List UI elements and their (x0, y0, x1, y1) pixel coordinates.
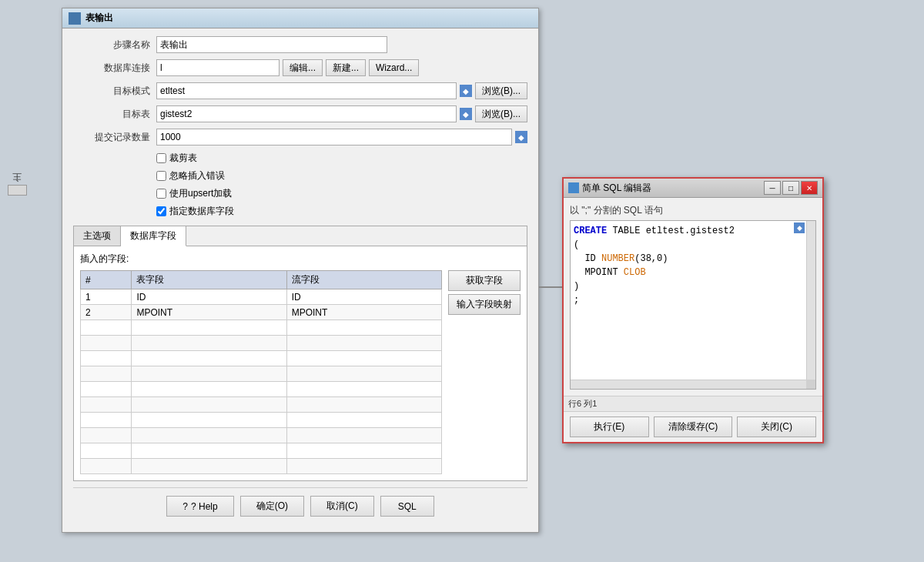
scrollbar-corner (806, 380, 815, 389)
fields-table: # 表字段 流字段 1 ID ID 2 MPOINT MPOINT (80, 270, 442, 474)
help-icon: ? (182, 501, 188, 512)
btn-close[interactable]: 关闭(C) (737, 416, 816, 437)
target-schema-input-wrap: ◆ (156, 82, 472, 99)
ignore-errors-label: 忽略插入错误 (169, 169, 225, 182)
cell-stream-field: MPOINT (286, 305, 441, 320)
btn-sql[interactable]: SQL (380, 496, 434, 517)
col-header-stream-field: 流字段 (286, 271, 441, 289)
commit-size-input[interactable] (156, 129, 512, 146)
sql-footer: 执行(E) 清除缓存(C) 关闭(C) (564, 411, 822, 442)
btn-wizard[interactable]: Wizard... (369, 59, 419, 76)
target-table-label: 目标表 (73, 108, 150, 121)
db-conn-input[interactable] (156, 59, 280, 76)
restore-button[interactable]: □ (782, 181, 799, 195)
btn-new[interactable]: 新建... (326, 59, 366, 76)
sql-dialog-body: 以 ";" 分割的 SQL 语句 CREATE TABLE etltest.gi… (564, 198, 822, 396)
step-name-row: 步骤名称 (73, 36, 527, 53)
scrollbar-horizontal[interactable] (571, 380, 806, 389)
table-buttons: 获取字段 输入字段映射 (448, 270, 521, 474)
btn-browse1[interactable]: 浏览(B)... (475, 82, 527, 99)
close-button[interactable]: ✕ (801, 181, 818, 195)
tab-main-options[interactable]: 主选项 (74, 226, 121, 246)
sql-section-label: 以 ";" 分割的 SQL 语句 (570, 204, 816, 217)
left-panel-label: 主 (8, 185, 27, 196)
truncate-checkbox[interactable] (156, 153, 166, 163)
table-row-empty (81, 382, 442, 397)
sql-line-1: CREATE TABLE etltest.gistest2 (574, 224, 803, 238)
dialog-footer: ? ? Help 确定(O) 取消(C) SQL (73, 487, 527, 524)
target-schema-input[interactable] (156, 82, 457, 99)
sql-dialog-icon (568, 182, 579, 193)
btn-help[interactable]: ? ? Help (166, 496, 233, 517)
specify-fields-label: 指定数据库字段 (169, 205, 234, 218)
table-row[interactable]: 1 ID ID (81, 289, 442, 305)
cell-table-field: ID (132, 289, 286, 305)
table-row-empty (81, 397, 442, 413)
table-row-empty (81, 320, 442, 336)
table-row-empty (81, 413, 442, 428)
help-label: ? Help (191, 501, 218, 512)
main-dialog: 表输出 步骤名称 数据库连接 编辑... 新建... Wizard... 目标模… (62, 8, 539, 533)
btn-cancel[interactable]: 取消(C) (310, 496, 374, 517)
commit-size-row: 提交记录数量 ◆ (73, 129, 527, 146)
table-row-empty (81, 428, 442, 443)
step-name-input[interactable] (156, 36, 387, 53)
table-row-empty (81, 459, 442, 474)
btn-execute[interactable]: 执行(E) (570, 416, 649, 437)
main-dialog-titlebar: 表输出 (62, 8, 538, 28)
table-icon[interactable]: ◆ (460, 108, 472, 120)
btn-input-mapping[interactable]: 输入字段映射 (448, 294, 521, 315)
truncate-row: 裁剪表 (156, 152, 527, 165)
tab-header: 主选项 数据库字段 (74, 226, 527, 246)
target-table-field: ◆ 浏览(B)... (156, 105, 527, 122)
sql-editor-area[interactable]: CREATE TABLE etltest.gistest2 ( ID NUMBE… (570, 220, 816, 390)
target-table-row: 目标表 ◆ 浏览(B)... (73, 105, 527, 122)
target-table-input[interactable] (156, 105, 457, 122)
cell-num: 1 (81, 289, 132, 305)
schema-icon[interactable]: ◆ (460, 85, 472, 97)
btn-edit[interactable]: 编辑... (283, 59, 323, 76)
specify-fields-row: 指定数据库字段 (156, 205, 527, 218)
tab-db-fields[interactable]: 数据库字段 (121, 226, 186, 246)
sql-editor-icon[interactable]: ◆ (794, 222, 805, 233)
table-row-empty (81, 366, 442, 382)
cell-stream-field: ID (286, 289, 441, 305)
table-row[interactable]: 2 MPOINT MPOINT (81, 305, 442, 320)
step-name-field (156, 36, 527, 53)
step-name-label: 步骤名称 (73, 38, 150, 52)
sql-editor-dialog: 简单 SQL 编辑器 ─ □ ✕ 以 ";" 分割的 SQL 语句 CREATE… (562, 177, 824, 443)
titlebar-left: 简单 SQL 编辑器 (568, 182, 651, 195)
target-schema-label: 目标模式 (73, 85, 150, 98)
cell-table-field: MPOINT (132, 305, 286, 320)
ignore-errors-checkbox[interactable] (156, 171, 166, 181)
truncate-label: 裁剪表 (169, 152, 197, 165)
main-dialog-content: 步骤名称 数据库连接 编辑... 新建... Wizard... 目标模式 ◆ (62, 28, 538, 532)
btn-get-fields[interactable]: 获取字段 (448, 270, 521, 291)
btn-ok[interactable]: 确定(O) (240, 496, 304, 517)
ignore-errors-row: 忽略插入错误 (156, 169, 527, 182)
sql-status-bar: 行6 列1 (564, 396, 822, 411)
btn-clear-cache[interactable]: 清除缓存(C) (654, 416, 733, 437)
btn-browse2[interactable]: 浏览(B)... (475, 105, 527, 122)
commit-size-input-wrap: ◆ (156, 129, 527, 146)
titlebar-controls: ─ □ ✕ (764, 181, 818, 195)
minimize-button[interactable]: ─ (764, 181, 781, 195)
col-header-table-field: 表字段 (132, 271, 286, 289)
sql-line-5: ) (574, 279, 803, 293)
sql-line-3: ID NUMBER(38,0) (574, 252, 803, 266)
sql-dialog-title: 简单 SQL 编辑器 (582, 182, 651, 195)
sql-editor-scroll[interactable]: CREATE TABLE etltest.gistest2 ( ID NUMBE… (571, 221, 806, 380)
table-row-empty (81, 336, 442, 351)
fields-table-container: # 表字段 流字段 1 ID ID 2 MPOINT MPOINT (80, 270, 521, 474)
target-table-input-wrap: ◆ (156, 105, 472, 122)
db-conn-row: 数据库连接 编辑... 新建... Wizard... (73, 59, 527, 76)
specify-fields-checkbox[interactable] (156, 206, 166, 216)
table-row-empty (81, 351, 442, 366)
main-dialog-title: 表输出 (85, 12, 113, 25)
commit-icon[interactable]: ◆ (515, 131, 527, 143)
target-schema-row: 目标模式 ◆ 浏览(B)... (73, 82, 527, 99)
upsert-checkbox[interactable] (156, 189, 166, 199)
upsert-row: 使用upsert加载 (156, 187, 527, 200)
scrollbar-vertical[interactable] (806, 221, 815, 380)
tab-content: 插入的字段: # 表字段 流字段 1 ID ID (74, 246, 527, 480)
